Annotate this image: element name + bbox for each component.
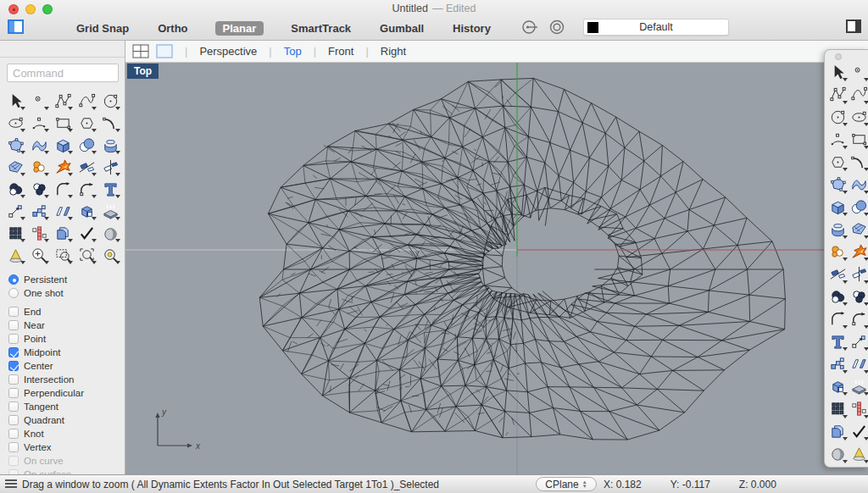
explode-tool-button[interactable] (847, 241, 868, 263)
checkbox-icon[interactable] (8, 347, 19, 357)
pointer-tool-button[interactable] (3, 90, 27, 112)
shade-tool-button[interactable] (826, 443, 849, 465)
arc-tool-button[interactable] (27, 112, 51, 134)
toggle-ortho[interactable]: Ortho (156, 21, 189, 36)
osnap-near[interactable]: Near (8, 319, 124, 332)
diff-tool-button[interactable] (847, 285, 868, 307)
right-sidebar-toggle-icon[interactable] (846, 19, 861, 33)
osnap-mode-persistent[interactable]: Persistent (8, 273, 124, 286)
checkbox-icon[interactable] (8, 429, 19, 439)
osnap-tangent[interactable]: Tangent (8, 400, 124, 413)
fillet-tool-button[interactable] (51, 178, 75, 200)
palette-close-button[interactable] (835, 53, 842, 60)
curve-tool-button[interactable] (847, 84, 868, 106)
checkbox-icon[interactable] (8, 402, 19, 412)
gridarray-tool-button[interactable] (826, 398, 849, 420)
checkbox-icon[interactable] (8, 361, 19, 371)
status-menu-icon[interactable] (5, 479, 17, 489)
puzzle-tool-button[interactable] (826, 241, 849, 263)
mirror-tool-button[interactable] (847, 353, 868, 375)
circle-tool-button[interactable] (98, 90, 122, 112)
zoomplus-tool-button[interactable] (27, 244, 51, 266)
radio-icon[interactable] (8, 288, 19, 298)
toggle-history[interactable]: History (451, 21, 492, 36)
patch-tool-button[interactable] (3, 156, 27, 178)
toggle-gumball[interactable]: Gumball (378, 21, 426, 36)
torus-tool-button[interactable] (98, 134, 122, 156)
target-circles-icon[interactable] (548, 18, 566, 36)
circle-tool-button[interactable] (826, 106, 849, 128)
torus-tool-button[interactable] (826, 219, 849, 241)
check-tool-button[interactable] (75, 222, 98, 244)
toggle-smarttrack[interactable]: SmartTrack (289, 21, 353, 36)
osnap-midpoint[interactable]: Midpoint (8, 346, 124, 359)
checkbox-icon[interactable] (8, 320, 19, 330)
heat-tool-button[interactable] (847, 375, 868, 397)
sphere-tool-button[interactable] (847, 196, 868, 218)
srf-corner-tool-button[interactable] (3, 134, 27, 156)
diff-tool-button[interactable] (27, 178, 51, 200)
array-tool-button[interactable] (826, 353, 849, 375)
align-tool-button[interactable] (27, 222, 51, 244)
polyline-tool-button[interactable] (51, 90, 75, 112)
palette-header[interactable] (825, 50, 868, 61)
osnap-perpendicular[interactable]: Perpendicular (8, 386, 124, 400)
viewport-top[interactable]: Top yx (125, 63, 868, 474)
blend-tool-button[interactable] (847, 151, 868, 173)
zoomtarget-tool-button[interactable] (98, 244, 122, 266)
command-input[interactable] (7, 64, 119, 82)
text-tool-button[interactable] (98, 178, 122, 200)
copy2-tool-button[interactable] (51, 222, 75, 244)
viewport-title-badge[interactable]: Top (127, 64, 159, 79)
srf-corner-tool-button[interactable] (826, 174, 849, 196)
single-viewport-layout-icon[interactable] (156, 44, 173, 58)
split-tool-button[interactable] (847, 263, 868, 285)
osnap-knot[interactable]: Knot (8, 427, 124, 440)
cplane-dropdown[interactable]: CPlane ▲▼ (536, 477, 597, 491)
pointer-tool-button[interactable] (826, 61, 849, 83)
rectangle-tool-button[interactable] (847, 129, 868, 151)
checkbox-icon[interactable] (8, 374, 19, 385)
union-tool-button[interactable] (3, 178, 27, 200)
gridarray-tool-button[interactable] (3, 222, 27, 244)
trim-tool-button[interactable] (826, 263, 849, 285)
toggle-grid-snap[interactable]: Grid Snap (75, 21, 131, 36)
record-history-icon[interactable] (520, 18, 539, 36)
lamp-tool-button[interactable] (3, 244, 27, 266)
checkbox-icon[interactable] (8, 334, 19, 344)
ellipse-tool-button[interactable] (847, 106, 868, 128)
left-sidebar-toggle-icon[interactable] (8, 19, 24, 34)
arc-tool-button[interactable] (826, 129, 849, 151)
array-tool-button[interactable] (27, 200, 51, 222)
zoomwin-tool-button[interactable] (51, 244, 75, 266)
explode-tool-button[interactable] (51, 156, 75, 178)
osnap-intersection[interactable]: Intersection (8, 373, 124, 386)
polygon-tool-button[interactable] (826, 151, 849, 173)
cube2-tool-button[interactable] (826, 375, 849, 397)
align-tool-button[interactable] (847, 398, 868, 420)
heat-tool-button[interactable] (98, 200, 122, 222)
osnap-point[interactable]: Point (8, 332, 124, 346)
zoomsel-tool-button[interactable] (75, 244, 98, 266)
viewport-tab-front[interactable]: Front (328, 45, 353, 58)
point-tool-button[interactable] (847, 61, 868, 83)
lamp-tool-button[interactable] (847, 443, 868, 465)
copy2-tool-button[interactable] (826, 420, 849, 442)
puzzle-tool-button[interactable] (27, 156, 51, 178)
split-tool-button[interactable] (98, 156, 122, 178)
osnap-vertex[interactable]: Vertex (8, 440, 124, 454)
osnap-mode-one-shot[interactable]: One shot (8, 286, 124, 300)
checkbox-icon[interactable] (8, 307, 19, 317)
blend-tool-button[interactable] (98, 112, 122, 134)
srf-curve-tool-button[interactable] (27, 134, 51, 156)
check-tool-button[interactable] (847, 420, 868, 442)
polyline-tool-button[interactable] (826, 84, 849, 106)
viewport-tab-top[interactable]: Top (284, 45, 302, 58)
fillet2-tool-button[interactable] (75, 178, 98, 200)
polygon-tool-button[interactable] (75, 112, 98, 134)
mirror-tool-button[interactable] (51, 200, 75, 222)
srf-curve-tool-button[interactable] (847, 174, 868, 196)
point-tool-button[interactable] (27, 90, 51, 112)
osnap-center[interactable]: Center (8, 359, 124, 373)
viewport-tab-perspective[interactable]: Perspective (199, 45, 257, 58)
